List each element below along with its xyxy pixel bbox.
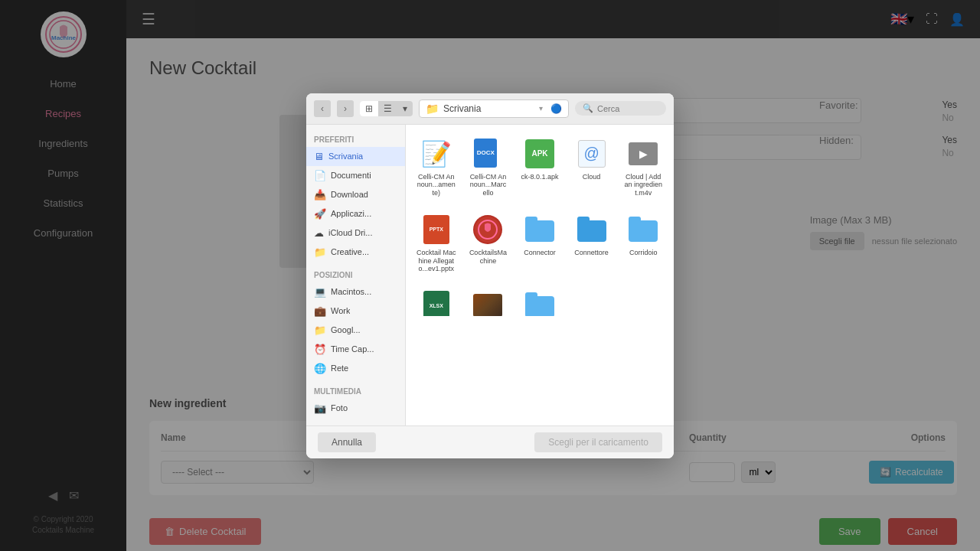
macintos-icon: 💻 bbox=[314, 286, 326, 298]
view-options-button[interactable]: ▾ bbox=[397, 101, 413, 116]
file-name: Connector bbox=[524, 249, 556, 257]
search-icon: 🔍 bbox=[583, 103, 593, 113]
back-nav-button[interactable]: ‹ bbox=[314, 100, 331, 117]
file-icon-wrap: DOCX bbox=[471, 137, 505, 171]
file-icon-wrap bbox=[575, 213, 609, 246]
file-apk[interactable]: APK ck-8.0.1.apk bbox=[517, 132, 563, 202]
documenti-icon: 📄 bbox=[314, 170, 326, 181]
dialog-footer: Annulla Scegli per il caricamento bbox=[306, 425, 674, 458]
location-folder-icon: 📁 bbox=[426, 103, 439, 115]
creative-icon: 📁 bbox=[314, 246, 326, 258]
file-icon-wrap bbox=[471, 213, 505, 246]
file-icon-wrap: PPTX bbox=[420, 213, 453, 246]
dialog-body: Preferiti 🖥 Scrivania 📄 Documenti 📥 Down… bbox=[306, 125, 674, 425]
file-icon-wrap: XLSX bbox=[420, 289, 453, 315]
apk-icon: APK bbox=[525, 139, 554, 168]
scrivania-icon: 🖥 bbox=[314, 151, 324, 162]
loc-applicazioni[interactable]: 🚀 Applicazi... bbox=[306, 204, 405, 223]
loc-icloud[interactable]: ☁ iCloud Dri... bbox=[306, 223, 405, 243]
googl-icon: 📁 bbox=[314, 324, 326, 336]
files-grid-container: 📝 Celli-CM Announ...amente) DOCX Celli-C… bbox=[406, 125, 674, 316]
loc-rete[interactable]: 🌐 Rete bbox=[306, 359, 405, 378]
list-view-button[interactable]: ☰ bbox=[378, 101, 397, 116]
timecap-icon: ⏰ bbox=[314, 344, 326, 355]
loc-documenti[interactable]: 📄 Documenti bbox=[306, 166, 405, 185]
file-cloud-video[interactable]: ▶ Cloud | Add an ingredient.m4v bbox=[620, 132, 666, 202]
multimedia-label: Multimedia bbox=[306, 384, 405, 399]
loc-work[interactable]: 💼 Work bbox=[306, 302, 405, 321]
view-toggle: ⊞ ☰ ▾ bbox=[360, 101, 413, 116]
loc-googl[interactable]: 📁 Googl... bbox=[306, 321, 405, 340]
file-name: Cloud | Add an ingredient.m4v bbox=[623, 173, 663, 197]
file-name: CocktailsMachine bbox=[469, 249, 508, 266]
file-celli-cm-2[interactable]: DOCX Celli-CM Announ...Marcello bbox=[466, 132, 511, 202]
folder-icon bbox=[525, 217, 554, 243]
file-icon-wrap: @ bbox=[575, 137, 609, 171]
folder-icon bbox=[525, 292, 554, 315]
loc-macintos[interactable]: 💻 Macintos... bbox=[306, 282, 405, 302]
file-celli-cm-1[interactable]: 📝 Celli-CM Announ...amente) bbox=[413, 132, 459, 202]
rete-icon: 🌐 bbox=[314, 363, 326, 374]
file-cocktailsmachine[interactable]: CocktailsMachine bbox=[466, 208, 511, 278]
search-bar: 🔍 bbox=[575, 101, 666, 116]
image-thumbnail bbox=[473, 294, 502, 315]
icloud-icon: ☁ bbox=[314, 227, 324, 239]
pptx-icon: PPTX bbox=[423, 215, 449, 244]
scegli-button[interactable]: Scegli per il caricamento bbox=[534, 432, 662, 452]
file-connettore[interactable]: Connettore bbox=[569, 208, 615, 278]
forward-nav-button[interactable]: › bbox=[337, 100, 354, 117]
video-icon: ▶ bbox=[629, 142, 658, 165]
file-icon-wrap: APK bbox=[523, 137, 557, 171]
file-name: Cocktail Machine Allegato...ev1.pptx bbox=[416, 249, 456, 273]
foto-icon: 📷 bbox=[314, 403, 326, 414]
location-dropdown-icon[interactable]: ▾ bbox=[539, 104, 543, 112]
dialog-toolbar: ‹ › ⊞ ☰ ▾ 📁 Scrivania ▾ 🔵 🔍 bbox=[306, 93, 674, 125]
docx-icon: DOCX bbox=[474, 139, 501, 169]
file-icon-wrap bbox=[523, 213, 557, 246]
file-icon-wrap: ▶ bbox=[626, 137, 660, 171]
folder-icon bbox=[577, 217, 606, 243]
http-icon: @ bbox=[578, 140, 606, 168]
loc-download[interactable]: 📥 Download bbox=[306, 185, 405, 204]
applicazioni-icon: 🚀 bbox=[314, 208, 326, 220]
file-icon-wrap: 📝 bbox=[420, 137, 453, 171]
work-icon: 💼 bbox=[314, 305, 326, 317]
file-icon-wrap bbox=[626, 213, 660, 246]
dialog-sidebar: Preferiti 🖥 Scrivania 📄 Documenti 📥 Down… bbox=[306, 125, 406, 425]
file-name: Corridoio bbox=[629, 249, 658, 257]
xlsx-icon: XLSX bbox=[423, 291, 449, 315]
overlay[interactable]: ‹ › ⊞ ☰ ▾ 📁 Scrivania ▾ 🔵 🔍 Preferiti bbox=[0, 0, 980, 551]
search-input[interactable] bbox=[597, 104, 658, 113]
folder-icon bbox=[629, 217, 658, 243]
loc-timecap[interactable]: ⏰ Time Cap... bbox=[306, 340, 405, 359]
files-grid: 📝 Celli-CM Announ...amente) DOCX Celli-C… bbox=[413, 132, 666, 316]
loc-scrivania[interactable]: 🖥 Scrivania bbox=[306, 147, 405, 166]
download-icon: 📥 bbox=[314, 189, 326, 201]
cocktailsmachine-icon bbox=[473, 215, 502, 244]
file-icon-wrap bbox=[471, 289, 505, 315]
file-icon-wrap bbox=[523, 289, 557, 315]
file-corridoio[interactable]: Corridoio bbox=[620, 208, 666, 278]
annulla-button[interactable]: Annulla bbox=[318, 432, 376, 452]
loc-foto[interactable]: 📷 Foto bbox=[306, 399, 405, 418]
file-name: ck-8.0.1.apk bbox=[521, 173, 558, 181]
location-bar: 📁 Scrivania ▾ 🔵 bbox=[419, 99, 569, 118]
doc-icon: 📝 bbox=[421, 139, 452, 168]
file-cloud[interactable]: @ Cloud bbox=[569, 132, 615, 202]
file-name: Connettore bbox=[574, 249, 609, 257]
file-cocktail-pptx[interactable]: PPTX Cocktail Machine Allegato...ev1.ppt… bbox=[413, 208, 459, 278]
loc-creative[interactable]: 📁 Creative... bbox=[306, 243, 405, 262]
grid-view-button[interactable]: ⊞ bbox=[360, 101, 378, 116]
posizioni-label: Posizioni bbox=[306, 268, 405, 282]
file-name: Celli-CM Announ...amente) bbox=[416, 173, 456, 197]
file-connector[interactable]: Connector bbox=[517, 208, 563, 278]
location-badge: 🔵 bbox=[550, 103, 562, 114]
location-text: Scrivania bbox=[443, 103, 534, 114]
file-name: Celli-CM Announ...Marcello bbox=[469, 173, 508, 197]
file-name: Cloud bbox=[583, 173, 601, 181]
file-dialog: ‹ › ⊞ ☰ ▾ 📁 Scrivania ▾ 🔵 🔍 Preferiti bbox=[306, 93, 674, 458]
file-filtro[interactable]: Filtro bbox=[517, 284, 563, 315]
file-image[interactable]: 100...A... bbox=[466, 284, 511, 315]
file-xlsx[interactable]: XLSX Cur CO Sticker... bbox=[413, 284, 459, 315]
preferiti-label: Preferiti bbox=[306, 132, 405, 147]
